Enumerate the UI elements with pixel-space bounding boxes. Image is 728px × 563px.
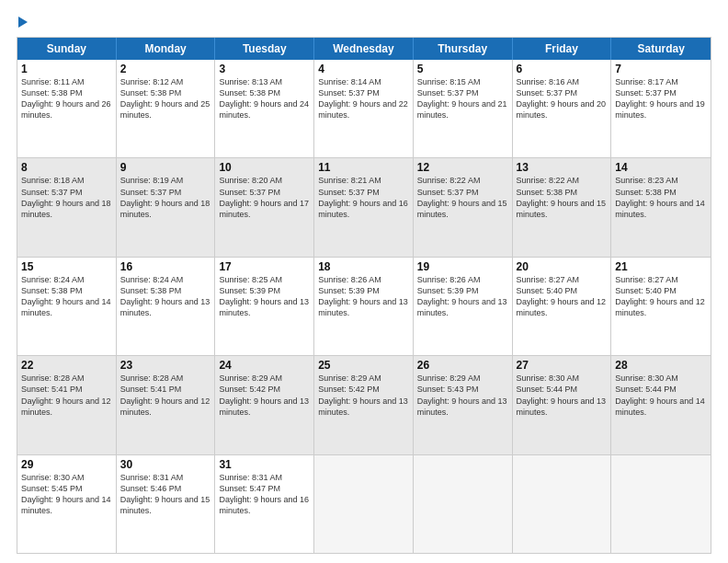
calendar-cell: 4 Sunrise: 8:14 AMSunset: 5:37 PMDayligh…: [314, 60, 414, 157]
calendar-week-2: 8 Sunrise: 8:18 AMSunset: 5:37 PMDayligh…: [17, 158, 711, 257]
calendar-header: SundayMondayTuesdayWednesdayThursdayFrid…: [17, 38, 711, 60]
calendar-cell: 26 Sunrise: 8:29 AMSunset: 5:43 PMDaylig…: [414, 356, 513, 454]
cell-info: Sunrise: 8:27 AMSunset: 5:40 PMDaylight:…: [517, 275, 607, 317]
cell-info: Sunrise: 8:30 AMSunset: 5:45 PMDaylight:…: [21, 473, 111, 515]
calendar-cell: 17 Sunrise: 8:25 AMSunset: 5:39 PMDaylig…: [215, 258, 314, 355]
day-number: 4: [318, 63, 409, 75]
cell-info: Sunrise: 8:28 AMSunset: 5:41 PMDaylight:…: [21, 373, 111, 416]
calendar-week-5: 29 Sunrise: 8:30 AMSunset: 5:45 PMDaylig…: [17, 455, 711, 553]
day-number: 15: [21, 260, 112, 273]
day-number: 26: [417, 359, 508, 372]
cell-info: Sunrise: 8:26 AMSunset: 5:39 PMDaylight:…: [417, 275, 507, 317]
header-day-monday: Monday: [117, 38, 216, 60]
day-number: 5: [417, 63, 508, 75]
cell-info: Sunrise: 8:22 AMSunset: 5:38 PMDaylight:…: [517, 176, 607, 218]
logo-triangle-icon: [18, 17, 28, 28]
day-number: 7: [615, 63, 707, 75]
day-number: 28: [615, 359, 707, 372]
calendar-cell: 19 Sunrise: 8:26 AMSunset: 5:39 PMDaylig…: [414, 258, 513, 355]
calendar-cell: 25 Sunrise: 8:29 AMSunset: 5:42 PMDaylig…: [314, 356, 414, 454]
page: SundayMondayTuesdayWednesdayThursdayFrid…: [0, 0, 728, 563]
calendar-cell: [611, 455, 711, 553]
calendar-cell: 21 Sunrise: 8:27 AMSunset: 5:40 PMDaylig…: [611, 258, 711, 355]
cell-info: Sunrise: 8:15 AMSunset: 5:37 PMDaylight:…: [417, 77, 507, 120]
calendar-cell: 12 Sunrise: 8:22 AMSunset: 5:37 PMDaylig…: [414, 158, 513, 256]
cell-info: Sunrise: 8:14 AMSunset: 5:37 PMDaylight:…: [318, 77, 408, 120]
cell-info: Sunrise: 8:29 AMSunset: 5:43 PMDaylight:…: [417, 373, 507, 416]
calendar-cell: 15 Sunrise: 8:24 AMSunset: 5:38 PMDaylig…: [17, 258, 117, 355]
cell-info: Sunrise: 8:31 AMSunset: 5:47 PMDaylight:…: [219, 473, 309, 515]
cell-info: Sunrise: 8:17 AMSunset: 5:37 PMDaylight:…: [615, 77, 705, 120]
cell-info: Sunrise: 8:23 AMSunset: 5:38 PMDaylight:…: [615, 176, 705, 218]
calendar-cell: 27 Sunrise: 8:30 AMSunset: 5:44 PMDaylig…: [513, 356, 612, 454]
cell-info: Sunrise: 8:29 AMSunset: 5:42 PMDaylight:…: [219, 373, 309, 416]
day-number: 6: [517, 63, 608, 75]
day-number: 18: [318, 260, 409, 273]
cell-info: Sunrise: 8:11 AMSunset: 5:38 PMDaylight:…: [21, 77, 111, 120]
calendar-cell: 13 Sunrise: 8:22 AMSunset: 5:38 PMDaylig…: [513, 158, 612, 256]
calendar-cell: 11 Sunrise: 8:21 AMSunset: 5:37 PMDaylig…: [314, 158, 414, 256]
calendar-cell: 8 Sunrise: 8:18 AMSunset: 5:37 PMDayligh…: [17, 158, 117, 256]
cell-info: Sunrise: 8:30 AMSunset: 5:44 PMDaylight:…: [517, 373, 607, 416]
day-number: 2: [120, 63, 211, 75]
header-day-thursday: Thursday: [414, 38, 513, 60]
day-number: 10: [219, 161, 310, 174]
calendar-cell: 28 Sunrise: 8:30 AMSunset: 5:44 PMDaylig…: [611, 356, 711, 454]
cell-info: Sunrise: 8:21 AMSunset: 5:37 PMDaylight:…: [318, 176, 408, 218]
calendar-body: 1 Sunrise: 8:11 AMSunset: 5:38 PMDayligh…: [17, 60, 711, 553]
calendar-cell: 2 Sunrise: 8:12 AMSunset: 5:38 PMDayligh…: [117, 60, 216, 157]
calendar-cell: 20 Sunrise: 8:27 AMSunset: 5:40 PMDaylig…: [513, 258, 612, 355]
calendar-cell: 29 Sunrise: 8:30 AMSunset: 5:45 PMDaylig…: [17, 455, 117, 553]
calendar-cell: 7 Sunrise: 8:17 AMSunset: 5:37 PMDayligh…: [611, 60, 711, 157]
header: [17, 17, 711, 28]
day-number: 30: [120, 458, 211, 471]
cell-info: Sunrise: 8:18 AMSunset: 5:37 PMDaylight:…: [21, 176, 111, 218]
day-number: 3: [219, 63, 310, 75]
cell-info: Sunrise: 8:16 AMSunset: 5:37 PMDaylight:…: [517, 77, 607, 120]
day-number: 24: [219, 359, 310, 372]
cell-info: Sunrise: 8:28 AMSunset: 5:41 PMDaylight:…: [120, 373, 210, 416]
day-number: 29: [21, 458, 112, 471]
calendar-cell: 1 Sunrise: 8:11 AMSunset: 5:38 PMDayligh…: [17, 60, 117, 157]
day-number: 23: [120, 359, 211, 372]
day-number: 22: [21, 359, 112, 372]
cell-info: Sunrise: 8:13 AMSunset: 5:38 PMDaylight:…: [219, 77, 309, 120]
calendar-cell: 31 Sunrise: 8:31 AMSunset: 5:47 PMDaylig…: [215, 455, 314, 553]
day-number: 13: [517, 161, 608, 174]
cell-info: Sunrise: 8:26 AMSunset: 5:39 PMDaylight:…: [318, 275, 408, 317]
calendar-cell: [414, 455, 513, 553]
header-day-tuesday: Tuesday: [215, 38, 314, 60]
day-number: 9: [120, 161, 211, 174]
day-number: 1: [21, 63, 112, 75]
day-number: 14: [615, 161, 707, 174]
cell-info: Sunrise: 8:22 AMSunset: 5:37 PMDaylight:…: [417, 176, 507, 218]
cell-info: Sunrise: 8:27 AMSunset: 5:40 PMDaylight:…: [615, 275, 705, 317]
cell-info: Sunrise: 8:30 AMSunset: 5:44 PMDaylight:…: [615, 373, 705, 416]
calendar-cell: [314, 455, 414, 553]
calendar-cell: 5 Sunrise: 8:15 AMSunset: 5:37 PMDayligh…: [414, 60, 513, 157]
calendar-cell: 18 Sunrise: 8:26 AMSunset: 5:39 PMDaylig…: [314, 258, 414, 355]
cell-info: Sunrise: 8:24 AMSunset: 5:38 PMDaylight:…: [21, 275, 111, 317]
cell-info: Sunrise: 8:20 AMSunset: 5:37 PMDaylight:…: [219, 176, 309, 218]
header-day-friday: Friday: [513, 38, 612, 60]
cell-info: Sunrise: 8:12 AMSunset: 5:38 PMDaylight:…: [120, 77, 210, 120]
logo: [17, 17, 28, 28]
header-day-wednesday: Wednesday: [314, 38, 414, 60]
calendar-cell: 23 Sunrise: 8:28 AMSunset: 5:41 PMDaylig…: [117, 356, 216, 454]
day-number: 11: [318, 161, 409, 174]
day-number: 8: [21, 161, 112, 174]
day-number: 31: [219, 458, 310, 471]
calendar-cell: [513, 455, 612, 553]
calendar-cell: 6 Sunrise: 8:16 AMSunset: 5:37 PMDayligh…: [513, 60, 612, 157]
cell-info: Sunrise: 8:31 AMSunset: 5:46 PMDaylight:…: [120, 473, 210, 515]
calendar-week-1: 1 Sunrise: 8:11 AMSunset: 5:38 PMDayligh…: [17, 60, 711, 158]
day-number: 19: [417, 260, 508, 273]
calendar-cell: 22 Sunrise: 8:28 AMSunset: 5:41 PMDaylig…: [17, 356, 117, 454]
calendar-cell: 24 Sunrise: 8:29 AMSunset: 5:42 PMDaylig…: [215, 356, 314, 454]
day-number: 17: [219, 260, 310, 273]
calendar-week-4: 22 Sunrise: 8:28 AMSunset: 5:41 PMDaylig…: [17, 356, 711, 454]
calendar-cell: 9 Sunrise: 8:19 AMSunset: 5:37 PMDayligh…: [117, 158, 216, 256]
cell-info: Sunrise: 8:19 AMSunset: 5:37 PMDaylight:…: [120, 176, 210, 218]
cell-info: Sunrise: 8:29 AMSunset: 5:42 PMDaylight:…: [318, 373, 408, 416]
day-number: 20: [517, 260, 608, 273]
